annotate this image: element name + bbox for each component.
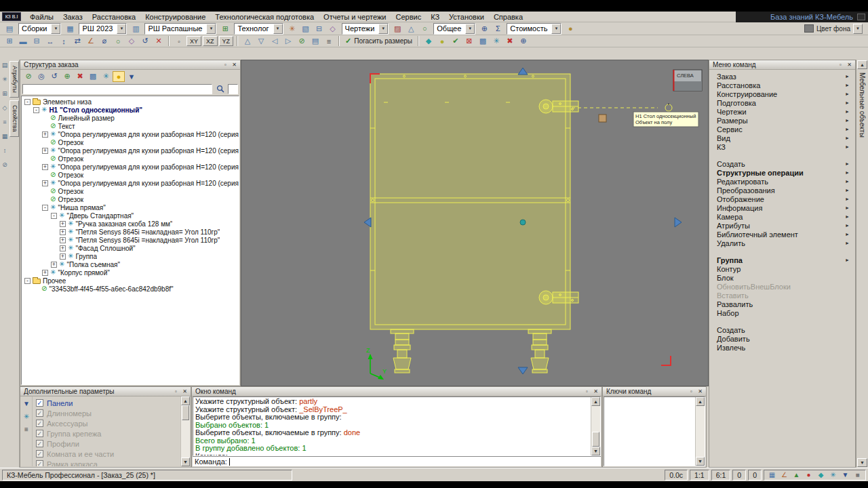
param-item[interactable]: ✓Рамка каркаса	[33, 459, 180, 466]
command-menu-item[interactable]: Редактировать►	[709, 177, 855, 186]
circle-icon[interactable]: ○	[418, 23, 431, 34]
view-right-icon[interactable]: ▷	[282, 36, 294, 47]
panel-icon[interactable]: ▬	[17, 36, 29, 47]
command-menu-item[interactable]: Расстановка►	[709, 81, 855, 89]
group-icon[interactable]: ▩	[87, 71, 99, 82]
command-menu-item[interactable]: Контур	[709, 264, 855, 273]
checkbox[interactable]: ✓	[36, 440, 43, 447]
status-scale-current[interactable]: 1:1	[690, 470, 709, 481]
chevron-down-icon[interactable]: ▼	[51, 24, 60, 34]
scroll-down-icon[interactable]: ▼	[181, 458, 190, 466]
node-icon[interactable]: ◇	[327, 23, 339, 34]
technolog-combo[interactable]: Технолог▼	[234, 23, 283, 35]
dock-materials-icon[interactable]: ◇	[1, 104, 9, 112]
hatch-icon[interactable]: ▧	[300, 23, 312, 34]
close-icon[interactable]: ✕	[845, 61, 854, 69]
param-item[interactable]: ✓Аксессуары	[33, 418, 180, 428]
param-item[interactable]: ✓Комната и ее части	[33, 449, 180, 459]
knowledge-base-link[interactable]: База знаний КЗ-Мебель	[770, 13, 853, 21]
expander-icon[interactable]: -	[24, 99, 31, 105]
filter-status-icon[interactable]: ▼	[840, 470, 851, 480]
list-view-icon[interactable]: ≡	[22, 425, 31, 434]
expander-icon[interactable]: +	[60, 253, 66, 260]
plane-xy-button[interactable]: XY	[186, 36, 201, 46]
plane-yz-button[interactable]: YZ	[219, 36, 234, 46]
expander-icon[interactable]: +	[60, 245, 66, 251]
gear-icon[interactable]: ✳	[100, 71, 112, 82]
side-tab-attributes[interactable]: Атрибуты	[9, 61, 19, 98]
tree-item[interactable]: ⊘Отрезок	[23, 195, 239, 203]
coin-icon[interactable]: ●	[564, 23, 576, 34]
scroll-up-icon[interactable]: ▲	[696, 397, 705, 406]
chevron-down-icon[interactable]: ▼	[273, 24, 283, 34]
cancel-icon[interactable]: ⊠	[463, 36, 475, 47]
scroll-up-icon[interactable]: ▲	[857, 60, 867, 69]
command-menu-item[interactable]: Камера►	[709, 212, 855, 221]
view-bottom-icon[interactable]: ▽	[255, 36, 267, 47]
tree-item[interactable]: +✳"Корпус прямой"	[23, 268, 239, 277]
sections-icon[interactable]: ▥	[130, 23, 142, 34]
gear-status-icon[interactable]: ✳	[827, 470, 839, 480]
add-element-icon[interactable]: ⊞	[219, 23, 231, 34]
command-menu-item[interactable]: Размеры►	[709, 116, 855, 125]
menu-item[interactable]: Заказ	[58, 12, 87, 22]
view-left-icon[interactable]: ◁	[269, 36, 281, 47]
expander-icon[interactable]: -	[42, 205, 48, 211]
plane-xz-button[interactable]: XZ	[203, 36, 218, 46]
scroll-thumb[interactable]	[592, 432, 599, 447]
highlight-bulb-icon[interactable]: ●	[113, 71, 125, 82]
command-menu-item[interactable]: Вид►	[709, 134, 855, 142]
tree-item[interactable]: +✳"Опора регулируемая для кухни разборна…	[23, 130, 239, 138]
clear-filter-icon[interactable]: ⊘	[22, 71, 35, 82]
background-color-button[interactable]: Цвет фона▼	[802, 23, 865, 34]
command-menu-item[interactable]: Преобразования►	[709, 186, 855, 195]
expander-icon[interactable]: +	[60, 221, 66, 227]
menu-item[interactable]: Отчеты и чертежи	[319, 12, 391, 22]
scroll-track[interactable]	[696, 406, 705, 457]
drawings-combo[interactable]: Чертежи▼	[342, 23, 389, 35]
menu-item[interactable]: КЗ	[426, 12, 444, 22]
osnap-icon[interactable]: ◆	[815, 470, 827, 480]
cost-combo[interactable]: Стоимость▼	[507, 23, 561, 35]
tree-item[interactable]: +✳"Ручка заказная скоба 128 мм"	[23, 220, 239, 228]
scroll-down-icon[interactable]: ▼	[591, 447, 600, 455]
assemblies-icon[interactable]: ▤	[3, 23, 16, 34]
scroll-track[interactable]	[181, 405, 190, 458]
tree-item[interactable]: +✳"Опора регулируемая для кухни разборна…	[23, 163, 239, 171]
circle-tool-icon[interactable]: ○	[112, 36, 124, 47]
command-menu-item[interactable]: Создать►	[709, 159, 855, 168]
ortho-icon[interactable]: ∠	[778, 470, 790, 480]
collapse-icon[interactable]: ⊟	[313, 23, 326, 34]
command-menu-item[interactable]: Блок	[709, 273, 855, 282]
chevron-down-icon[interactable]: ▼	[465, 24, 475, 34]
record-icon[interactable]: ●	[803, 470, 814, 480]
target-icon[interactable]: ◎	[35, 71, 47, 82]
layers-icon[interactable]: ▤	[309, 36, 321, 47]
menu-item[interactable]: Файлы	[25, 12, 58, 22]
stretch-v-icon[interactable]: ↕	[58, 36, 70, 47]
tree-item[interactable]: +✳"Полка съемная"	[23, 260, 239, 268]
expander-icon[interactable]: +	[42, 270, 48, 276]
snap-icon[interactable]: ◆	[422, 36, 435, 47]
cursor-circle-marker[interactable]	[665, 104, 672, 111]
angle-icon[interactable]: ∠	[85, 36, 97, 47]
tree-item[interactable]: ⊘Отрезок	[23, 187, 239, 195]
rotate-icon[interactable]: ↺	[139, 36, 151, 47]
list-icon[interactable]: ≡	[323, 36, 335, 47]
command-menu-item[interactable]: Библиотечный элемент►	[709, 230, 855, 239]
search-option-button[interactable]	[228, 84, 238, 94]
scroll-down-icon[interactable]: ▼	[857, 458, 867, 467]
settings-icon[interactable]: ✳	[490, 36, 502, 47]
close-icon[interactable]: ✕	[696, 388, 705, 396]
add-icon[interactable]: ⊕	[61, 71, 73, 82]
dock-list-icon[interactable]: ≡	[1, 118, 9, 126]
pin-icon[interactable]: ▫	[687, 388, 696, 396]
triangle-icon[interactable]: △	[405, 23, 417, 34]
tree-item[interactable]: -✳Н1 "Стол односекционный"	[23, 106, 239, 114]
merge-icon[interactable]: ⊟	[31, 36, 43, 47]
command-menu-item[interactable]: Атрибуты►	[709, 221, 855, 230]
tree-item[interactable]: ⊘Отрезок	[23, 171, 239, 179]
expander-icon[interactable]: +	[51, 262, 57, 268]
assemblies-combo[interactable]: Сборки▼	[18, 23, 61, 35]
center-point-marker[interactable]	[520, 220, 526, 225]
